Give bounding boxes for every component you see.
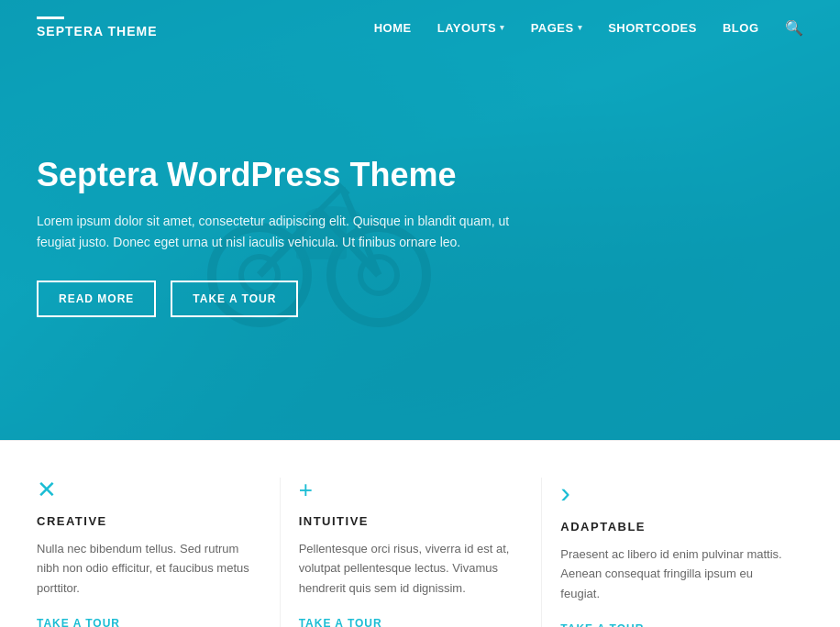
creative-tour-link[interactable]: TAKE A TOUR: [37, 617, 120, 627]
creative-title: CREATIVE: [37, 514, 261, 528]
brand-name: SEPTERA THEME: [37, 24, 158, 38]
pages-chevron: ▾: [578, 23, 583, 32]
intuitive-desc: Pellentesque orci risus, viverra id est …: [299, 539, 524, 598]
navbar: SEPTERA THEME HOME LAYOUTS▾ PAGES▾ SHORT…: [0, 0, 840, 55]
brand: SEPTERA THEME: [37, 16, 158, 38]
adaptable-title: ADAPTABLE: [560, 520, 785, 534]
nav-pages[interactable]: PAGES▾: [531, 21, 583, 35]
features-section: ✕ CREATIVE Nulla nec bibendum tellus. Se…: [0, 440, 840, 627]
nav-links: HOME LAYOUTS▾ PAGES▾ SHORTCODES BLOG 🔍: [374, 19, 803, 37]
read-more-button[interactable]: READ MORE: [37, 280, 156, 317]
feature-adaptable: › ADAPTABLE Praesent ac libero id enim p…: [541, 478, 803, 627]
nav-home[interactable]: HOME: [374, 21, 412, 35]
nav-layouts[interactable]: LAYOUTS▾: [437, 21, 505, 35]
feature-creative: ✕ CREATIVE Nulla nec bibendum tellus. Se…: [37, 478, 280, 627]
intuitive-title: INTUITIVE: [299, 514, 524, 528]
adaptable-desc: Praesent ac libero id enim pulvinar matt…: [560, 544, 785, 603]
feature-intuitive: + INTUITIVE Pellentesque orci risus, viv…: [280, 478, 542, 627]
adaptable-icon: ›: [560, 478, 785, 507]
brand-accent-line: [37, 16, 64, 19]
creative-desc: Nulla nec bibendum tellus. Sed rutrum ni…: [37, 539, 261, 598]
hero-content: Septera WordPress Theme Lorem ipsum dolo…: [37, 155, 514, 317]
intuitive-tour-link[interactable]: TAKE A TOUR: [299, 617, 382, 627]
search-icon[interactable]: 🔍: [785, 19, 804, 37]
hero-description: Lorem ipsum dolor sit amet, consectetur …: [37, 211, 514, 253]
hero-section: SEPTERA THEME HOME LAYOUTS▾ PAGES▾ SHORT…: [0, 0, 840, 440]
hero-title: Septera WordPress Theme: [37, 155, 514, 194]
intuitive-icon: +: [299, 478, 524, 501]
layouts-chevron: ▾: [500, 23, 505, 32]
hero-buttons: READ MORE TAKE A TOUR: [37, 280, 514, 317]
nav-shortcodes[interactable]: SHORTCODES: [608, 21, 697, 35]
nav-blog[interactable]: BLOG: [723, 21, 759, 35]
creative-icon: ✕: [37, 478, 261, 501]
adaptable-tour-link[interactable]: TAKE A TOUR: [560, 622, 644, 627]
take-tour-button[interactable]: TAKE A TOUR: [171, 280, 298, 317]
